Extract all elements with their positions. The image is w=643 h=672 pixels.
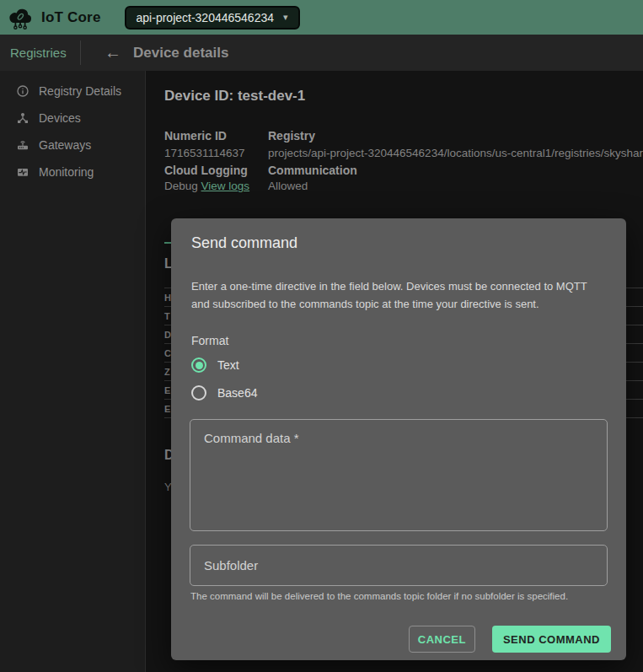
- radio-unselected-icon[interactable]: [191, 385, 206, 401]
- cloud-logging-value: Debug View logs: [164, 180, 249, 192]
- sidebar-item-label: Monitoring: [39, 165, 94, 179]
- dialog-description: Enter a one-time directive in the field …: [191, 277, 606, 313]
- send-command-dialog: Send command Enter a one-time directive …: [171, 218, 626, 660]
- sidebar-item-registry-details[interactable]: Registry Details: [0, 78, 145, 105]
- monitoring-chart-icon: [15, 165, 29, 180]
- sidebar-item-label: Devices: [39, 111, 81, 125]
- breadcrumb-registries[interactable]: Registries: [10, 46, 67, 60]
- view-logs-link[interactable]: View logs: [201, 180, 250, 192]
- format-option-label: Base64: [217, 386, 257, 400]
- command-data-textarea[interactable]: [190, 419, 608, 531]
- sidebar-item-monitoring[interactable]: Monitoring: [0, 159, 145, 185]
- toolbar-divider: [80, 40, 81, 65]
- format-label: Format: [191, 334, 228, 347]
- registry-label: Registry: [268, 129, 315, 142]
- send-command-button[interactable]: SEND COMMAND: [492, 626, 611, 653]
- numeric-id-value: 1716531114637: [164, 147, 245, 159]
- radio-selected-icon[interactable]: [191, 358, 206, 373]
- device-id-heading: Device ID: test-dev-1: [164, 88, 305, 105]
- page-title: Device details: [133, 35, 228, 71]
- sidebar-item-label: Registry Details: [39, 84, 121, 98]
- sidebar-item-gateways[interactable]: Gateways: [0, 132, 145, 159]
- communication-label: Communication: [268, 164, 357, 177]
- iot-core-logo-icon: [7, 4, 34, 31]
- app-bar: IoT Core api-project-320446546234 ▾: [0, 0, 643, 35]
- registry-value: projects/api-project-320446546234/locati…: [268, 147, 643, 159]
- communication-value: Allowed: [268, 180, 308, 192]
- dialog-actions: CANCEL SEND COMMAND: [409, 626, 611, 653]
- format-option-label: Text: [217, 358, 239, 372]
- project-selector[interactable]: api-project-320446546234 ▾: [125, 6, 300, 30]
- subfolder-input[interactable]: [190, 545, 608, 586]
- router-icon: [15, 138, 29, 153]
- chevron-down-icon: ▾: [283, 13, 288, 22]
- device-hub-icon: [15, 111, 29, 126]
- dialog-title: Send command: [191, 234, 297, 252]
- back-arrow-icon[interactable]: ←: [104, 35, 121, 71]
- product-title: IoT Core: [41, 9, 101, 26]
- format-option-text[interactable]: Text: [191, 358, 239, 373]
- sidebar: Registry Details Devices Gateways: [0, 71, 146, 672]
- sidebar-item-label: Gateways: [39, 138, 91, 152]
- cloud-logging-label: Cloud Logging: [164, 164, 248, 177]
- cancel-button[interactable]: CANCEL: [409, 626, 475, 653]
- info-icon: [15, 84, 29, 99]
- toolbar: Registries ← Device details: [0, 35, 643, 71]
- project-selector-value: api-project-320446546234: [137, 11, 274, 24]
- subfolder-helper-text: The command will be delivered to the com…: [190, 591, 568, 601]
- numeric-id-label: Numeric ID: [164, 129, 227, 142]
- format-option-base64[interactable]: Base64: [191, 385, 257, 401]
- sidebar-item-devices[interactable]: Devices: [0, 105, 145, 132]
